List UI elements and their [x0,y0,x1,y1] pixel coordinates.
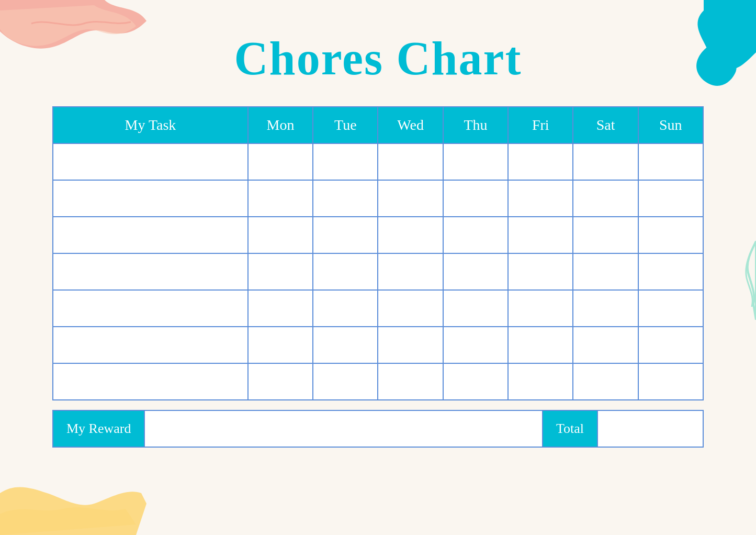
tue-cell-3[interactable] [313,217,378,253]
task-cell-5[interactable] [53,290,248,327]
mon-cell-1[interactable] [248,143,313,180]
bottom-section: My Reward Total [52,410,704,448]
table-row [53,180,703,217]
table-row [53,327,703,363]
tue-cell-4[interactable] [313,253,378,290]
reward-label: My Reward [53,411,145,447]
chores-table: My Task Mon Tue Wed Thu Fri Sat Sun [52,106,704,400]
main-content: My Task Mon Tue Wed Thu Fri Sat Sun [0,106,756,448]
sat-cell-2[interactable] [573,180,638,217]
sat-cell-3[interactable] [573,217,638,253]
thu-cell-7[interactable] [443,363,508,400]
sat-cell-6[interactable] [573,327,638,363]
task-cell-3[interactable] [53,217,248,253]
wed-cell-5[interactable] [378,290,443,327]
wed-cell-2[interactable] [378,180,443,217]
thu-column-header: Thu [443,107,508,143]
sun-cell-2[interactable] [638,180,703,217]
tue-cell-1[interactable] [313,143,378,180]
wed-column-header: Wed [378,107,443,143]
sun-cell-5[interactable] [638,290,703,327]
wed-cell-1[interactable] [378,143,443,180]
fri-cell-5[interactable] [508,290,573,327]
tue-column-header: Tue [313,107,378,143]
table-row [53,290,703,327]
sat-cell-7[interactable] [573,363,638,400]
mon-cell-4[interactable] [248,253,313,290]
sun-cell-4[interactable] [638,253,703,290]
fri-cell-7[interactable] [508,363,573,400]
fri-cell-2[interactable] [508,180,573,217]
mon-cell-2[interactable] [248,180,313,217]
table-header-row: My Task Mon Tue Wed Thu Fri Sat Sun [53,107,703,143]
mon-cell-6[interactable] [248,327,313,363]
fri-cell-6[interactable] [508,327,573,363]
sun-cell-6[interactable] [638,327,703,363]
fri-cell-3[interactable] [508,217,573,253]
page-title: Chores Chart [0,0,756,106]
sun-column-header: Sun [638,107,703,143]
sun-cell-1[interactable] [638,143,703,180]
table-row [53,217,703,253]
task-cell-4[interactable] [53,253,248,290]
mon-cell-7[interactable] [248,363,313,400]
fri-column-header: Fri [508,107,573,143]
mon-cell-5[interactable] [248,290,313,327]
tue-cell-5[interactable] [313,290,378,327]
sat-column-header: Sat [573,107,638,143]
thu-cell-5[interactable] [443,290,508,327]
fri-cell-4[interactable] [508,253,573,290]
thu-cell-3[interactable] [443,217,508,253]
task-cell-6[interactable] [53,327,248,363]
wed-cell-4[interactable] [378,253,443,290]
table-row [53,253,703,290]
task-cell-1[interactable] [53,143,248,180]
wed-cell-6[interactable] [378,327,443,363]
task-cell-2[interactable] [53,180,248,217]
table-row [53,143,703,180]
thu-cell-1[interactable] [443,143,508,180]
wed-cell-3[interactable] [378,217,443,253]
sun-cell-3[interactable] [638,217,703,253]
table-row [53,363,703,400]
sun-cell-7[interactable] [638,363,703,400]
thu-cell-2[interactable] [443,180,508,217]
sat-cell-4[interactable] [573,253,638,290]
thu-cell-4[interactable] [443,253,508,290]
wed-cell-7[interactable] [378,363,443,400]
bottom-left-blob [0,451,146,535]
tue-cell-2[interactable] [313,180,378,217]
task-cell-7[interactable] [53,363,248,400]
total-value[interactable] [598,411,703,447]
sat-cell-1[interactable] [573,143,638,180]
tue-cell-6[interactable] [313,327,378,363]
mon-cell-3[interactable] [248,217,313,253]
mon-column-header: Mon [248,107,313,143]
reward-value[interactable] [145,411,543,447]
thu-cell-6[interactable] [443,327,508,363]
task-column-header: My Task [53,107,248,143]
fri-cell-1[interactable] [508,143,573,180]
tue-cell-7[interactable] [313,363,378,400]
sat-cell-5[interactable] [573,290,638,327]
total-label: Total [543,411,598,447]
